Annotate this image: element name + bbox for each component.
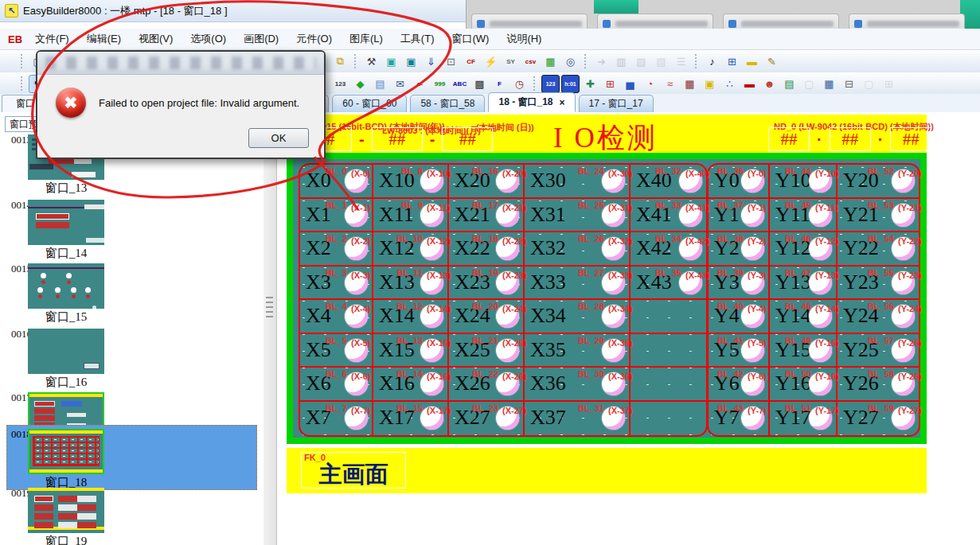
io-cell-X6[interactable]: X6BL_6(X-6)	[300, 368, 373, 402]
menu-item[interactable]: 视图(V)	[139, 33, 173, 45]
sidebar-splitter[interactable]	[264, 112, 277, 545]
numeric-display-box[interactable]: ##	[890, 127, 931, 151]
ascii-display-icon[interactable]: ABC	[451, 75, 469, 93]
window-copy-icon[interactable]: ⧉	[331, 53, 349, 71]
io-cell-X4[interactable]: X4BL_4(X-4)	[300, 300, 373, 334]
menu-item[interactable]: 说明(H)	[506, 33, 541, 45]
window-preview-item[interactable]: 0016窗口_16	[0, 328, 264, 391]
io-cell-X7[interactable]: X7BL_7(X-7)	[300, 402, 373, 436]
document-tab[interactable]: 17 - 窗口_17	[579, 95, 654, 112]
io-cell-Y5[interactable]: Y5BL_41(Y-5)	[709, 334, 770, 368]
io-cell-X14[interactable]: X14BL_12(X-14)	[373, 300, 449, 334]
key-switch-icon[interactable]: o-	[411, 75, 429, 93]
numeric-display-box[interactable]: ##	[372, 127, 423, 151]
window-preview-item[interactable]: 0018窗口_18	[0, 428, 264, 492]
io-cell-X2[interactable]: X2BL_2(X-2)	[300, 232, 373, 267]
io-cell-X3[interactable]: X3BL_3(X-3)	[300, 267, 373, 301]
io-cell-X32[interactable]: X32BL_26(X-32)	[525, 232, 631, 267]
io-cell-X21[interactable]: X21BL_17(X-21)	[449, 199, 525, 233]
io-cell-X30[interactable]: X30BL_24(X-30)	[525, 165, 631, 199]
document-tab[interactable]: 60 - 窗口_60	[332, 95, 407, 112]
download-icon[interactable]: ⇓	[422, 53, 440, 71]
io-cell-Y3[interactable]: Y3BL_39(Y-3)	[709, 267, 770, 301]
schedule-icon[interactable]: ▦	[820, 75, 838, 93]
io-cell-X1[interactable]: X1BL_1(X-1)	[300, 199, 373, 233]
operator-icon[interactable]: ☻	[760, 75, 779, 93]
io-cell-Y12[interactable]: Y12BL_46(Y-12)	[770, 232, 837, 267]
io-cell-Y23[interactable]: Y23BL_55(Y-23)	[837, 267, 919, 301]
io-cell-X33[interactable]: X33BL_27(X-33)	[525, 267, 631, 301]
io-cell-X20[interactable]: X20BL_16(X-20)	[449, 165, 525, 199]
document-tab[interactable]: 18 - 窗口_18×	[488, 92, 575, 112]
menu-item[interactable]: 图库(L)	[349, 33, 383, 45]
io-cell-X36[interactable]: X36BL_30(X-36)	[525, 368, 631, 402]
preview-icon[interactable]: ◎	[561, 53, 580, 71]
io-cell-X35[interactable]: X35BL_29(X-35)	[525, 334, 631, 368]
window-preview-item[interactable]: 0019窗口_19	[0, 487, 264, 545]
io-cell-Y26[interactable]: Y26BL_58(Y-26)	[837, 368, 919, 402]
io-cell-X23[interactable]: X23BL_19(X-23)	[449, 267, 525, 301]
window-thumbnail[interactable]	[28, 429, 104, 474]
menu-item[interactable]: 窗口(W)	[451, 33, 489, 45]
io-cell-Y20[interactable]: Y20BL_52(Y-20)	[837, 165, 919, 199]
io-cell-X12[interactable]: X12BL_10(X-12)	[373, 232, 449, 267]
io-cell-X40[interactable]: X40BL_32(X-40)	[631, 165, 706, 199]
io-cell-Y25[interactable]: Y25BL_57(Y-25)	[837, 334, 919, 368]
numeric-display-box[interactable]: ##	[768, 127, 810, 151]
io-cell-X10[interactable]: X10BL_8(X-10)	[373, 165, 449, 199]
numeric-display-box[interactable]: ##	[442, 127, 493, 151]
design-canvas[interactable]: LW-9015 (16bit-BCD) (本地时间(年)) LW-8003 : …	[277, 112, 980, 545]
barcode-icon[interactable]: ▩	[470, 75, 489, 93]
exit-icon[interactable]: ➜	[592, 53, 611, 71]
io-cell-X22[interactable]: X22BL_18(X-22)	[449, 232, 525, 267]
mail-icon[interactable]: ✉	[391, 75, 409, 93]
group-list-icon[interactable]: ▤	[652, 53, 670, 71]
online-simulation-icon[interactable]: ▣	[382, 53, 400, 71]
gray-window-icon[interactable]: ⊞	[880, 75, 898, 93]
menu-item[interactable]: 画图(D)	[244, 33, 279, 45]
io-cell-Y16[interactable]: Y16BL_50(Y-16)	[770, 368, 837, 402]
numeric-input-icon[interactable]: 123	[541, 75, 560, 93]
io-cell-X24[interactable]: X24BL_20(X-24)	[449, 300, 525, 334]
io-cell-Y0[interactable]: Y0BL_36(Y-0)	[709, 165, 770, 199]
io-cell-Y11[interactable]: Y11BL_45(Y-11)	[770, 199, 837, 233]
address-grid-icon[interactable]: ⊞	[723, 53, 741, 71]
window-direct-icon[interactable]: ⊞	[601, 75, 619, 93]
menu-item[interactable]: 文件(F)	[35, 33, 69, 45]
time-display-icon[interactable]: h:01	[561, 75, 580, 93]
recipe-table-icon[interactable]: ▦	[541, 53, 560, 71]
time-display[interactable]: ##·##·##	[768, 127, 931, 151]
io-cell-X42[interactable]: X42BL_34(X-42)	[631, 232, 706, 267]
menu-item[interactable]: 工具(T)	[400, 33, 435, 45]
io-cell-Y6[interactable]: Y6BL_42(Y-6)	[709, 368, 770, 402]
window-preview-item[interactable]: 0014窗口_14	[0, 199, 264, 263]
io-cell-Y13[interactable]: Y13BL_47(Y-13)	[770, 267, 837, 301]
window-thumbnail[interactable]	[28, 329, 104, 374]
gray-copy-icon[interactable]: ▢	[860, 75, 878, 93]
library-book-icon[interactable]: ▥	[612, 53, 631, 71]
numeric-display-icon[interactable]: 999	[431, 75, 449, 93]
numeric-display-box[interactable]: ##	[830, 127, 871, 151]
io-cell-X0[interactable]: X0BL_0(X-0)	[300, 165, 373, 199]
gray-doc-icon[interactable]: ▢	[800, 75, 818, 93]
io-cell-X34[interactable]: X34BL_28(X-34)	[525, 300, 631, 334]
io-cell-Y2[interactable]: Y2BL_38(Y-2)	[709, 232, 770, 267]
io-cell-Y15[interactable]: Y15BL_49(Y-15)	[770, 334, 837, 368]
backup-icon[interactable]: ⊟	[840, 75, 858, 93]
io-cell-X17[interactable]: X17BL_15(X-17)	[373, 402, 449, 436]
io-cell-Y22[interactable]: Y22BL_54(Y-22)	[837, 232, 919, 267]
io-cell-X26[interactable]: X26BL_22(X-26)	[449, 368, 525, 402]
offline-simulation-icon[interactable]: ▣	[402, 53, 420, 71]
io-cell-Y21[interactable]: Y21BL_53(Y-21)	[837, 199, 919, 233]
splitter-grip-icon[interactable]	[266, 297, 273, 317]
window-thumbnail[interactable]	[28, 200, 104, 245]
io-cell-Y14[interactable]: Y14BL_48(Y-14)	[770, 300, 837, 334]
io-cell-Y4[interactable]: Y4BL_40(Y-4)	[709, 300, 770, 334]
menu-item[interactable]: 编辑(E)	[87, 33, 121, 45]
io-cell-X13[interactable]: X13BL_11(X-13)	[373, 267, 449, 301]
window-preview-item[interactable]: 0015窗口_15	[0, 263, 264, 326]
io-cell-X43[interactable]: X43BL_35(X-43)	[631, 267, 706, 301]
history-table-icon[interactable]: ▦	[681, 75, 699, 93]
csv-file-icon[interactable]: csv	[521, 53, 540, 71]
memo-edit-icon[interactable]: ✎	[763, 53, 781, 71]
